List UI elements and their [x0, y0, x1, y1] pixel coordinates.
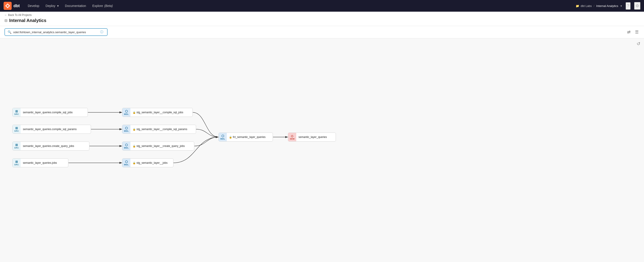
page-title: Internal Analytics	[9, 18, 46, 23]
node-src2[interactable]: ⊞SRCsemantic_layer_queries.compile_sql_p…	[12, 125, 91, 134]
node-mdl2[interactable]: ⬡MDL🔒stg_semantic_layer__compile_sql_par…	[122, 125, 196, 134]
node-badge-src1: ⊞SRC	[12, 108, 20, 117]
node-fct1[interactable]: ⬡MDL🔒fct_semantic_layer_queries	[218, 133, 273, 142]
info-icon[interactable]: ⓘ	[100, 30, 103, 34]
node-src1[interactable]: ⊞SRCsemantic_layer_queries.compile_sql_j…	[12, 108, 88, 117]
node-badge-mdl2: ⬡MDL	[122, 125, 130, 133]
org-name: dbt Labs	[580, 4, 592, 8]
node-label-mdl1: 🔒stg_semantic_layer__compile_sql_jobs	[130, 110, 186, 115]
nav-deploy[interactable]: Deploy ▾	[43, 3, 61, 9]
nav-explore[interactable]: Explore (Beta)	[90, 3, 116, 9]
node-badge-src4: ⊞SRC	[12, 159, 20, 167]
settings-button[interactable]: ⚙	[634, 2, 640, 10]
search-icon: 🔍	[8, 30, 12, 34]
node-mdl1[interactable]: ⬡MDL🔒stg_semantic_layer__compile_sql_job…	[122, 108, 193, 117]
folder-icon: 📁	[576, 4, 579, 8]
toolbar-right: ⇄ ☰	[626, 29, 640, 36]
back-label[interactable]: Back To All Projects	[8, 14, 32, 17]
top-navigation: dbt Develop Deploy ▾ Documentation Explo…	[0, 0, 644, 12]
help-button[interactable]: ?	[626, 2, 630, 10]
search-input[interactable]	[13, 31, 98, 34]
node-label-mdl3: 🔒stg_semantic_layer__create_query_jobs	[130, 144, 187, 148]
nav-docs[interactable]: Documentation	[62, 3, 89, 9]
lineage-canvas: ↺ ⊞SRCsemantic_layer_queries.compile_sql…	[0, 38, 644, 258]
node-badge-sem1: ◇SEM	[288, 133, 296, 141]
node-label-mdl4: 🔒stg_semantic_layer__jobs	[130, 160, 170, 165]
project-name: Internal Analytics	[596, 4, 618, 8]
node-label-sem1: semantic_layer_queries	[296, 135, 329, 140]
nav-links: Develop Deploy ▾ Documentation Explore (…	[25, 3, 574, 9]
node-label-src4: semantic_layer_queries.jobs	[20, 160, 59, 165]
refresh-button[interactable]: ↺	[636, 41, 640, 47]
node-label-fct1: 🔒fct_semantic_layer_queries	[227, 135, 268, 140]
nav-right: 📁 dbt Labs / Internal Analytics ▾ ? ⚙	[576, 2, 640, 10]
project-icon: ⊟	[4, 19, 8, 23]
node-badge-mdl1: ⬡MDL	[122, 108, 130, 117]
node-label-src3: semantic_layer_queries.create_query_jobs	[20, 144, 76, 148]
project-selector[interactable]: 📁 dbt Labs / Internal Analytics ▾	[576, 4, 622, 8]
node-src4[interactable]: ⊞SRCsemantic_layer_queries.jobs	[12, 158, 68, 167]
share-button[interactable]: ⇄	[626, 29, 632, 36]
node-badge-mdl4: ⬡MDL	[122, 159, 130, 167]
page-title-row: ⊟ Internal Analytics	[4, 18, 640, 23]
node-label-src2: semantic_layer_queries.compile_sql_param…	[20, 127, 79, 132]
node-badge-src3: ⊞SRC	[12, 142, 20, 150]
search-box[interactable]: 🔍 ⓘ	[4, 28, 108, 36]
node-badge-mdl3: ⬡MDL	[122, 142, 130, 150]
logo-text: dbt	[14, 4, 20, 8]
node-mdl4[interactable]: ⬡MDL🔒stg_semantic_layer__jobs	[122, 158, 174, 167]
node-src3[interactable]: ⊞SRCsemantic_layer_queries.create_query_…	[12, 142, 90, 150]
toolbar: 🔍 ⓘ ⇄ ☰	[0, 26, 644, 38]
node-badge-fct1: ⬡MDL	[219, 133, 227, 141]
back-arrow-icon: ←	[4, 14, 7, 17]
back-link[interactable]: ← Back To All Projects	[4, 14, 640, 17]
nav-develop[interactable]: Develop	[25, 3, 42, 9]
node-label-src1: semantic_layer_queries.compile_sql_jobs	[20, 110, 75, 115]
svg-point-1	[7, 5, 9, 7]
logo[interactable]: dbt	[4, 2, 20, 10]
node-mdl3[interactable]: ⬡MDL🔒stg_semantic_layer__create_query_jo…	[122, 142, 194, 150]
node-sem1[interactable]: ◇SEMsemantic_layer_queries	[288, 133, 336, 142]
menu-button[interactable]: ☰	[634, 29, 640, 36]
path-separator: /	[594, 4, 594, 8]
node-badge-src2: ⊞SRC	[12, 125, 20, 133]
lineage-arrows	[0, 38, 644, 258]
node-label-mdl2: 🔒stg_semantic_layer__compile_sql_params	[130, 127, 190, 132]
subheader: ← Back To All Projects ⊟ Internal Analyt…	[0, 12, 644, 26]
